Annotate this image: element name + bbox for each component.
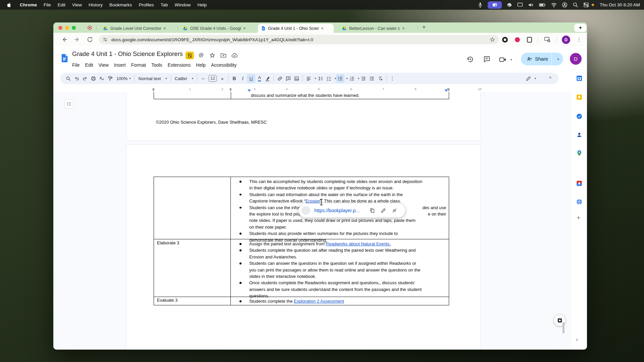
forward-button[interactable] xyxy=(73,36,81,43)
exploration-assessment-link[interactable]: Exploration 2 Assessment xyxy=(294,299,344,304)
globe-addon-icon[interactable] xyxy=(576,198,583,205)
docs-menu-edit[interactable]: Edit xyxy=(83,62,96,68)
undo-button[interactable] xyxy=(72,74,81,83)
docs-menu-extensions[interactable]: Extensions xyxy=(165,62,193,68)
menubar-item-history[interactable]: History xyxy=(85,2,106,7)
menubar-item-window[interactable]: Window xyxy=(171,2,194,7)
maps-icon[interactable] xyxy=(576,149,583,157)
font-family-select[interactable]: Calibri ▾ xyxy=(173,76,195,81)
close-tab-icon[interactable]: × xyxy=(402,26,405,31)
menubar-item-view[interactable]: View xyxy=(69,2,85,7)
remove-link-icon[interactable] xyxy=(391,207,397,214)
meet-caret-icon[interactable]: ▾ xyxy=(511,58,512,61)
email-collaborators-icon[interactable]: @ xyxy=(199,52,204,58)
close-window-button[interactable] xyxy=(58,26,62,30)
close-tab-icon[interactable]: × xyxy=(163,26,166,31)
tab-search-icon[interactable] xyxy=(544,36,551,43)
table-column-marker[interactable] xyxy=(230,88,231,91)
spotlight-search-icon[interactable] xyxy=(572,2,579,8)
docs-menu-file[interactable]: File xyxy=(69,62,83,68)
document-status-cloud-icon[interactable] xyxy=(231,52,238,59)
battery-icon[interactable] xyxy=(538,2,546,8)
browser-menu-button[interactable]: ⋮ xyxy=(577,37,582,43)
close-tab-icon[interactable]: × xyxy=(321,26,324,31)
line-spacing-button[interactable] xyxy=(316,74,325,83)
reload-button[interactable] xyxy=(86,36,94,43)
tab-betterlesson[interactable]: BetterLesson - Can water cha × xyxy=(339,24,413,33)
decrease-indent-button[interactable] xyxy=(359,74,368,83)
italic-button[interactable]: I xyxy=(238,74,247,83)
calendar-icon[interactable] xyxy=(576,74,583,82)
url-text[interactable]: docs.google.com/document/d/1RO9FE_JXRIGH… xyxy=(111,37,489,42)
tasks-icon[interactable] xyxy=(576,113,583,120)
address-bar[interactable]: docs.google.com/document/d/1RO9FE_JXRIGH… xyxy=(99,35,499,44)
new-tab-button[interactable]: + xyxy=(422,24,426,31)
table-column-marker[interactable] xyxy=(448,88,449,91)
collapse-toolbar-button[interactable]: ^ xyxy=(546,74,554,83)
share-button[interactable]: Share ▾ xyxy=(521,53,563,65)
user-account-icon[interactable] xyxy=(561,2,568,8)
close-tab-icon[interactable]: × xyxy=(243,26,246,31)
keep-icon[interactable] xyxy=(576,94,583,101)
menubar-item-bookmarks[interactable]: Bookmarks xyxy=(106,2,136,7)
highlight-color-button[interactable] xyxy=(264,74,272,83)
table-quick-actions-button[interactable] xyxy=(64,99,74,109)
underline-button[interactable]: U xyxy=(247,74,255,83)
numbered-list-button[interactable] xyxy=(348,74,356,83)
apple-menu-icon[interactable] xyxy=(7,2,12,8)
font-size-field[interactable]: 12 xyxy=(209,75,217,82)
paint-format-button[interactable] xyxy=(106,74,114,83)
meet-video-icon[interactable] xyxy=(499,56,507,64)
comments-icon[interactable] xyxy=(483,55,491,63)
site-settings-icon[interactable] xyxy=(102,37,108,43)
document-canvas[interactable]: discuss and summarize what the students … xyxy=(53,92,572,350)
menubar-item-tab[interactable]: Tab xyxy=(157,2,171,7)
editing-mode-button[interactable] xyxy=(524,74,533,83)
docs-menu-help[interactable]: Help xyxy=(193,62,208,68)
spelling-check-button[interactable] xyxy=(98,74,106,83)
edit-link-icon[interactable] xyxy=(380,207,386,214)
document-scrollbar[interactable] xyxy=(562,322,565,334)
extension-square-icon[interactable] xyxy=(527,37,532,43)
control-center-icon[interactable] xyxy=(583,2,589,8)
zoom-select[interactable]: 100% ▾ xyxy=(114,76,133,81)
addon-icon[interactable] xyxy=(576,180,583,187)
bold-button[interactable]: B xyxy=(230,74,238,83)
text-color-button[interactable]: A xyxy=(255,74,264,83)
contacts-icon[interactable] xyxy=(576,131,583,138)
add-comment-button[interactable] xyxy=(284,74,292,83)
docs-menu-view[interactable]: View xyxy=(96,62,111,68)
extension-dark-icon[interactable] xyxy=(502,37,508,43)
docs-menu-tools[interactable]: Tools xyxy=(149,62,165,68)
link-popup-url[interactable]: https://bookplayer.p... xyxy=(314,208,360,213)
erosion-link[interactable]: Erosion xyxy=(306,198,320,203)
document-page-1[interactable]: discuss and summarize what the students … xyxy=(126,92,481,141)
increase-indent-button[interactable] xyxy=(368,74,376,83)
document-page-2[interactable]: This can be accomplished by students com… xyxy=(126,144,481,350)
share-dropdown-icon[interactable]: ▾ xyxy=(553,57,563,61)
table-column-marker[interactable] xyxy=(153,88,154,91)
insert-image-button[interactable] xyxy=(292,74,301,83)
tab-grade-4-unit-1-active[interactable]: Grade 4 Unit 1 - Ohio Science × xyxy=(258,24,334,33)
insert-link-button[interactable] xyxy=(276,74,284,83)
tab-ose-grade-4-units[interactable]: OSE Grade 4 Units - Google D × xyxy=(180,24,253,33)
microphone-icon[interactable] xyxy=(477,2,483,8)
docs-menu-insert[interactable]: Insert xyxy=(111,62,128,68)
hide-side-panel-chevron-icon[interactable]: › xyxy=(576,336,578,343)
google-docs-logo-icon[interactable] xyxy=(60,52,69,64)
copy-link-icon[interactable] xyxy=(369,207,375,214)
browser-profile-avatar[interactable]: D xyxy=(562,36,570,44)
back-button[interactable] xyxy=(61,36,68,43)
redo-button[interactable] xyxy=(81,74,89,83)
minimize-window-button[interactable] xyxy=(65,26,69,30)
right-indent-marker[interactable] xyxy=(444,89,448,92)
extension-badge-icon[interactable] xyxy=(185,52,194,59)
increase-font-size-button[interactable]: + xyxy=(218,74,226,83)
get-addons-button[interactable]: + xyxy=(577,214,580,222)
docs-menu-accessibility[interactable]: Accessibility xyxy=(208,62,239,68)
wifi-icon[interactable] xyxy=(551,2,557,8)
decrease-font-size-button[interactable]: − xyxy=(199,74,207,83)
version-history-icon[interactable] xyxy=(466,55,474,63)
tab-grade-level-unit-corrections[interactable]: Grade Level Unit Corrections × xyxy=(100,24,174,33)
menubar-item-profiles[interactable]: Profiles xyxy=(136,2,157,7)
